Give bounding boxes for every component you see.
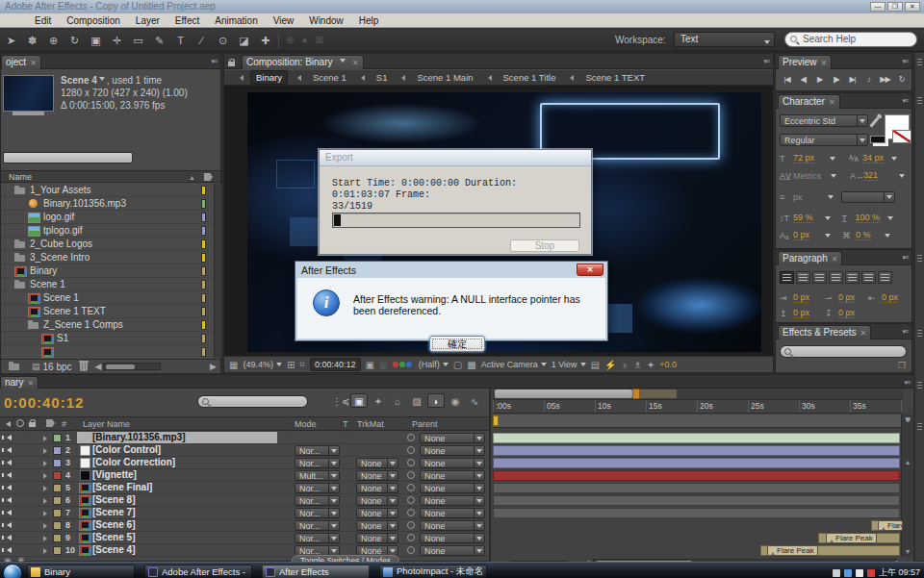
collapsed-panel-strip[interactable] — [914, 53, 924, 561]
safe-margins-icon[interactable]: ⊞ — [287, 360, 295, 370]
close-tab-icon[interactable]: ✕ — [829, 98, 835, 107]
show-channel-icon[interactable] — [393, 361, 414, 369]
lock-icon[interactable] — [228, 58, 235, 68]
label-color-chip[interactable] — [53, 471, 62, 480]
target-region-icon[interactable]: ▢ — [453, 360, 462, 370]
type-tool-icon[interactable]: T — [170, 32, 191, 49]
project-item[interactable]: Scene 1 — [1, 291, 214, 305]
trkmat-dropdown[interactable]: None — [356, 483, 398, 493]
audio-on-icon[interactable] — [4, 460, 12, 465]
layer-name[interactable]: [Scene 7] — [92, 507, 293, 518]
layer-name[interactable]: [Scene 5] — [92, 532, 293, 543]
breadcrumb-link[interactable]: Scene 1 Title — [499, 71, 561, 84]
new-folder-icon[interactable]: ❐ — [898, 361, 906, 370]
scroll-left-icon[interactable]: ◀ — [95, 362, 102, 371]
label-color-chip[interactable] — [201, 307, 206, 316]
audio-on-icon[interactable] — [4, 522, 12, 528]
layer-marker[interactable]: Flare Peak — [767, 545, 818, 556]
layer-row[interactable]: 1 [Binary.101356.mp3] None — [0, 432, 489, 444]
project-item[interactable]: Scene 1 — [1, 278, 214, 291]
chevron-down-icon[interactable] — [830, 157, 835, 163]
shape-tool-icon[interactable]: ▭ — [128, 32, 148, 49]
new-folder-icon[interactable] — [9, 362, 20, 371]
layer-row[interactable]: 5 [Scene Final] Nor... None None — [0, 482, 489, 494]
transparency-grid-icon[interactable]: ▩ — [467, 360, 475, 370]
scroll-down-icon[interactable]: ▼ — [902, 548, 913, 555]
label-color-chip[interactable] — [53, 546, 62, 555]
timeline-current-time[interactable]: 0:00:40:12 — [4, 394, 84, 411]
close-tab-icon[interactable]: ✕ — [821, 59, 828, 67]
parent-dropdown[interactable]: None — [420, 470, 485, 481]
trkmat-dropdown[interactable]: None — [356, 508, 398, 518]
menu-item[interactable]: Help — [351, 15, 387, 26]
project-list-header[interactable]: Name ▲ — [1, 170, 220, 183]
layer-row[interactable]: 8 [Scene 6] Nor... None None — [0, 519, 489, 532]
trkmat-dropdown[interactable]: None — [356, 470, 398, 481]
first-line-indent-value[interactable]: 0 px — [838, 292, 855, 303]
breadcrumb-link[interactable]: Scene 1 TEXT — [580, 71, 650, 84]
justify-last-left-button[interactable] — [829, 271, 843, 284]
first-frame-button[interactable]: |◀ — [780, 73, 794, 86]
tray-icon[interactable] — [856, 569, 863, 577]
pixel-aspect-icon[interactable]: ▤ — [591, 360, 600, 370]
blend-mode-dropdown[interactable]: Nor... — [295, 445, 340, 456]
tracking-value[interactable]: 321 — [863, 170, 878, 181]
panel-menu-icon[interactable]: ▾≡ — [902, 97, 908, 105]
layer-duration-bar[interactable] — [493, 483, 900, 493]
column-parent[interactable]: Parent — [412, 419, 438, 429]
tsume-value[interactable]: 0 % — [856, 230, 871, 240]
project-scrollbar[interactable] — [214, 184, 221, 358]
region-of-interest-icon[interactable]: ⌗ — [299, 359, 305, 370]
close-button[interactable]: ✕ — [905, 2, 920, 12]
mini-fill-stroke-swatch[interactable] — [870, 136, 886, 143]
blend-mode-dropdown[interactable]: Nor... — [295, 458, 340, 468]
trkmat-dropdown[interactable]: None — [356, 533, 398, 543]
fast-preview-icon[interactable]: ⚡ — [604, 360, 616, 370]
help-search-input[interactable]: Search Help — [784, 32, 917, 47]
layer-name[interactable]: [Color Control] — [92, 444, 293, 456]
pickwhip-icon[interactable] — [407, 546, 415, 554]
label-color-chip[interactable] — [201, 226, 206, 236]
align-center-button[interactable] — [796, 271, 810, 284]
layer-row[interactable]: 6 [Scene 8] Nor... None None — [0, 494, 489, 507]
horizontal-scale-value[interactable]: 100 % — [856, 213, 881, 223]
chevron-down-icon[interactable] — [99, 77, 105, 84]
pickwhip-icon[interactable] — [407, 459, 415, 466]
column-number[interactable]: # — [62, 419, 66, 429]
font-size-value[interactable]: 72 px — [793, 153, 814, 163]
taskbar-button[interactable]: After Effects — [262, 565, 370, 578]
project-item[interactable]: S1 — [1, 332, 214, 345]
chevron-down-icon[interactable] — [831, 174, 836, 181]
timeline-search-input[interactable] — [197, 395, 308, 408]
breadcrumb-link[interactable]: Binary — [250, 70, 288, 85]
layer-duration-bar[interactable] — [493, 470, 900, 481]
last-frame-button[interactable]: ▶| — [845, 73, 860, 86]
label-color-chip[interactable] — [201, 334, 206, 343]
menu-item[interactable]: Effect — [167, 15, 207, 26]
work-area-start-handle[interactable] — [493, 415, 499, 426]
trkmat-dropdown[interactable]: None — [356, 520, 398, 531]
panel-menu-icon[interactable]: ▾≡ — [902, 254, 908, 262]
prev-frame-button[interactable]: ◀| — [796, 73, 810, 86]
panel-menu-icon[interactable]: ▾≡ — [904, 379, 910, 387]
tray-icon[interactable] — [833, 569, 840, 577]
next-frame-button[interactable]: |▶ — [829, 73, 843, 86]
label-color-chip[interactable] — [53, 496, 62, 505]
parent-dropdown[interactable]: None — [420, 483, 485, 493]
label-color-chip[interactable] — [53, 459, 62, 467]
chevron-down-icon[interactable] — [340, 59, 346, 65]
parent-dropdown[interactable]: None — [420, 508, 485, 518]
eyedropper-icon[interactable] — [869, 116, 879, 127]
puppet-pin-tool-icon[interactable]: ✚ — [255, 32, 275, 49]
blend-mode-dropdown[interactable]: Nor... — [295, 495, 340, 506]
audio-on-icon[interactable] — [4, 447, 12, 453]
label-color-chip[interactable] — [201, 293, 206, 303]
parent-dropdown[interactable]: None — [420, 495, 485, 506]
timeline-icon[interactable]: ♁ — [621, 360, 629, 370]
breadcrumb-link[interactable]: Scene 1 Main — [412, 71, 477, 84]
taskbar-button[interactable]: Binary — [27, 565, 135, 578]
shield-icon[interactable]: ⛊ — [902, 416, 913, 424]
column-t[interactable]: T — [343, 419, 348, 429]
label-tag-icon[interactable] — [204, 173, 213, 181]
baseline-shift-value[interactable]: 0 px — [793, 230, 809, 240]
